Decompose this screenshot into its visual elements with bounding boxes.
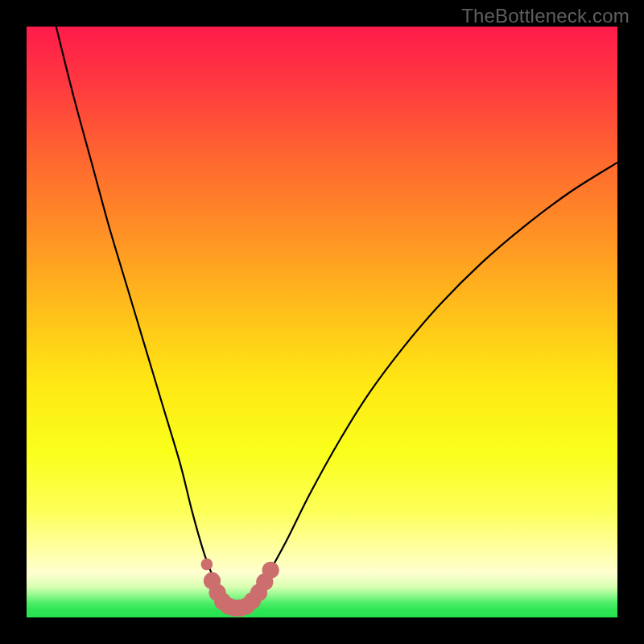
plot-svg	[27, 27, 617, 617]
plot-area	[27, 27, 617, 617]
chart-frame: TheBottleneck.com	[0, 0, 644, 644]
gradient-background	[27, 27, 617, 617]
watermark-text: TheBottleneck.com	[461, 5, 630, 27]
highlight-marker	[201, 559, 213, 571]
highlight-marker	[262, 562, 279, 579]
